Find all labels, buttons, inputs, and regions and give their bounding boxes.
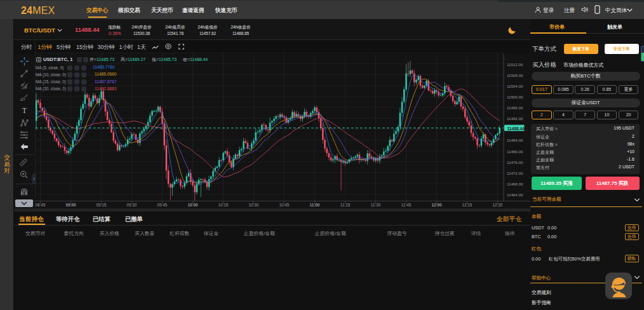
svg-text:11:45: 11:45 [401,203,412,207]
svg-text:11488.44: 11488.44 [507,126,525,131]
svg-text:11492.00: 11492.00 [507,116,523,121]
svg-text:10:45: 10:45 [279,203,290,207]
svg-text:11484.00: 11484.00 [507,138,523,142]
svg-text:12:00: 12:00 [431,203,442,207]
svg-text:11472.00: 11472.00 [507,171,523,175]
svg-text:11464.00: 11464.00 [507,192,523,197]
svg-text:11468.00: 11468.00 [507,182,523,186]
svg-text:10:30: 10:30 [249,203,259,207]
svg-text:11:30: 11:30 [371,203,381,207]
svg-text:11:00: 11:00 [310,203,320,207]
svg-text:09:45: 09:45 [158,203,168,207]
svg-text:11508.00: 11508.00 [507,73,523,78]
svg-text:11512.00: 11512.00 [507,62,523,67]
svg-text:11476.00: 11476.00 [507,160,523,165]
svg-text:10:00: 10:00 [187,203,198,207]
svg-text:11500.00: 11500.00 [507,95,523,99]
svg-text:10:15: 10:15 [218,203,229,207]
svg-text:11:15: 11:15 [340,203,351,207]
svg-text:09:30: 09:30 [127,203,137,207]
svg-text:09:15: 09:15 [97,203,107,207]
svg-text:08:45: 08:45 [36,203,46,207]
svg-text:09:00: 09:00 [65,203,76,207]
svg-text:12:30: 12:30 [493,203,503,207]
svg-text:11480.00: 11480.00 [507,149,523,154]
svg-text:11504.00: 11504.00 [507,84,523,88]
svg-text:11496.00: 11496.00 [507,105,523,110]
svg-text:12:15: 12:15 [462,203,473,207]
